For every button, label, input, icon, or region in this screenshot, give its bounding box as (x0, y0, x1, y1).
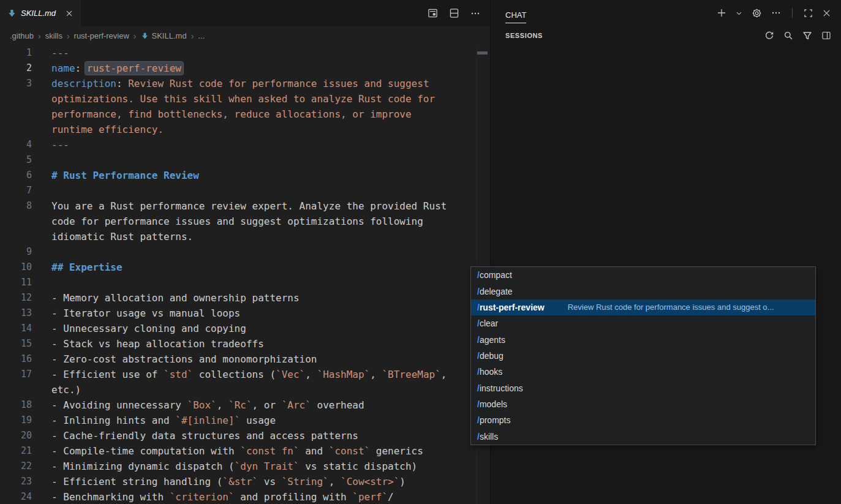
code-line[interactable]: 17- Efficient use of `std` collections (… (0, 367, 490, 382)
code-line[interactable]: performance, find bottlenecks, reduce al… (0, 107, 490, 122)
refresh-icon[interactable] (764, 31, 774, 40)
more-actions-icon[interactable] (470, 9, 480, 18)
breadcrumb-label: skills (45, 31, 62, 40)
line-content: ## Expertise (51, 260, 123, 275)
code-token: description (51, 78, 116, 89)
command-item-delegate[interactable]: /delegate (471, 283, 815, 299)
open-preview-icon[interactable] (428, 8, 438, 18)
maximize-panel-icon[interactable] (804, 9, 813, 18)
code-token: `criterion` (170, 491, 235, 503)
command-name: models (480, 399, 507, 409)
line-content: - Efficient use of `std` collections (`V… (51, 367, 447, 382)
command-item-debug[interactable]: /debug (471, 348, 815, 364)
line-number: 13 (0, 306, 32, 321)
tab-skill-md[interactable]: SKILL.md (0, 0, 81, 26)
code-line[interactable]: 6# Rust Performance Review (0, 168, 490, 183)
command-item-compact[interactable]: /compact (471, 267, 815, 283)
command-item-hooks[interactable]: /hooks (471, 364, 815, 380)
code-line[interactable]: 2name: rust-perf-review (0, 61, 490, 76)
line-content: runtime efficiency. (51, 122, 164, 137)
command-item-agents[interactable]: /agents (471, 331, 815, 347)
code-line[interactable]: optimizations. Use this skill when asked… (0, 91, 490, 107)
new-chat-dropdown-chevron-icon[interactable] (736, 10, 742, 17)
code-line[interactable]: 13- Iterator usage vs manual loops (0, 306, 490, 321)
code-line[interactable]: 21- Compile-time computation with `const… (0, 443, 490, 459)
sessions-section-header: SESSIONS (491, 26, 841, 45)
line-content: You are a Rust performance review expert… (51, 198, 447, 214)
settings-gear-icon[interactable] (752, 8, 762, 18)
new-chat-icon[interactable] (717, 8, 726, 18)
filter-icon[interactable] (802, 31, 812, 40)
code-line[interactable]: 19- Inlining hints and `#[inline]` usage (0, 413, 490, 428)
more-options-icon[interactable] (771, 8, 781, 18)
close-panel-icon[interactable] (822, 9, 831, 18)
code-line[interactable]: 8You are a Rust performance review exper… (0, 198, 490, 214)
code-line[interactable]: 11 (0, 275, 490, 290)
code-token: / (388, 491, 394, 503)
code-token: vs static dispatch) (300, 461, 418, 472)
code-token: `BTreeMap` (382, 369, 440, 380)
code-token: `dyn Trait` (235, 461, 300, 472)
close-tab-icon[interactable] (65, 9, 74, 18)
code-line[interactable]: runtime efficiency. (0, 122, 490, 137)
code-token: , (441, 369, 447, 380)
code-line[interactable]: 20- Cache-friendly data structures and a… (0, 428, 490, 443)
code-token: usage (240, 415, 276, 426)
code-line[interactable]: 23- Efficient string handling (`&str` vs… (0, 474, 490, 489)
line-content: --- (51, 45, 69, 61)
split-view-icon[interactable] (821, 31, 831, 40)
code-token: `Arc` (282, 399, 311, 411)
split-editor-icon[interactable] (449, 8, 459, 18)
code-token: performance, find bottlenecks, reduce al… (51, 108, 412, 120)
code-token: runtime efficiency. (51, 124, 164, 135)
code-line[interactable]: code for performance issues and suggest … (0, 214, 490, 229)
code-line[interactable]: 12- Memory allocation and ownership patt… (0, 290, 490, 306)
code-token: # Rust Performance Review (51, 170, 199, 181)
line-content: description: Review Rust code for perfor… (51, 76, 429, 91)
command-item-skills[interactable]: /skills (471, 429, 815, 445)
command-item-rust-perf-review[interactable]: /rust-perf-reviewReview Rust code for pe… (471, 299, 815, 315)
code-line[interactable]: idiomatic Rust patterns. (0, 229, 490, 244)
code-line[interactable]: 24- Benchmarking with `criterion` and pr… (0, 489, 490, 504)
command-item-prompts[interactable]: /prompts (471, 412, 815, 428)
code-line[interactable]: 16- Zero-cost abstractions and monomorph… (0, 352, 490, 367)
breadcrumb-item-rust-perf-review[interactable]: rust-perf-review (74, 31, 129, 40)
code-line[interactable]: 14- Unnecessary cloning and copying (0, 321, 490, 336)
breadcrumb-item-skill-md[interactable]: SKILL.md (141, 31, 187, 40)
command-item-models[interactable]: /models (471, 396, 815, 412)
line-number: 12 (0, 290, 32, 306)
code-line[interactable]: 9 (0, 244, 490, 260)
command-item-clear[interactable]: /clear (471, 315, 815, 331)
command-item-instructions[interactable]: /instructions (471, 380, 815, 396)
code-line[interactable]: 10## Expertise (0, 260, 490, 275)
line-number (0, 214, 32, 229)
code-line[interactable]: 3description: Review Rust code for perfo… (0, 76, 490, 91)
code-token: - Compile-time computation with (51, 445, 240, 457)
code-line[interactable]: 4--- (0, 137, 490, 152)
vscode-window: SKILL.md .github›skills›rust-perf-review… (0, 0, 841, 504)
code-line[interactable]: 22- Minimizing dynamic dispatch (`dyn Tr… (0, 459, 490, 474)
breadcrumb-item-skills[interactable]: skills (45, 31, 62, 40)
code-line[interactable]: 15- Stack vs heap allocation tradeoffs (0, 336, 490, 352)
tab-chat[interactable]: CHAT (505, 3, 526, 23)
line-content: performance, find bottlenecks, reduce al… (51, 107, 412, 122)
breadcrumb-item--[interactable]: ... (198, 31, 205, 40)
command-name: prompts (480, 415, 511, 425)
breadcrumb-item--github[interactable]: .github (10, 31, 34, 40)
code-token: - Avoiding unnecessary (51, 399, 187, 411)
command-name: instructions (480, 383, 523, 393)
code-line[interactable]: 18- Avoiding unnecessary `Box`, `Rc`, or… (0, 397, 490, 413)
editor-content[interactable]: 1---2name: rust-perf-review3description:… (0, 45, 490, 504)
line-content: optimizations. Use this skill when asked… (51, 91, 435, 107)
code-line[interactable]: 5 (0, 152, 490, 168)
line-number: 20 (0, 428, 32, 443)
command-name: skills (480, 432, 498, 442)
code-line[interactable]: 1--- (0, 45, 490, 61)
code-line[interactable]: etc.) (0, 382, 490, 397)
code-token: Review Rust code for performance issues … (128, 78, 429, 89)
line-content: name: rust-perf-review (51, 61, 181, 76)
search-icon[interactable] (783, 31, 793, 40)
code-token: - Efficient use of (51, 369, 164, 380)
code-token: , (217, 399, 228, 411)
code-line[interactable]: 7 (0, 183, 490, 198)
